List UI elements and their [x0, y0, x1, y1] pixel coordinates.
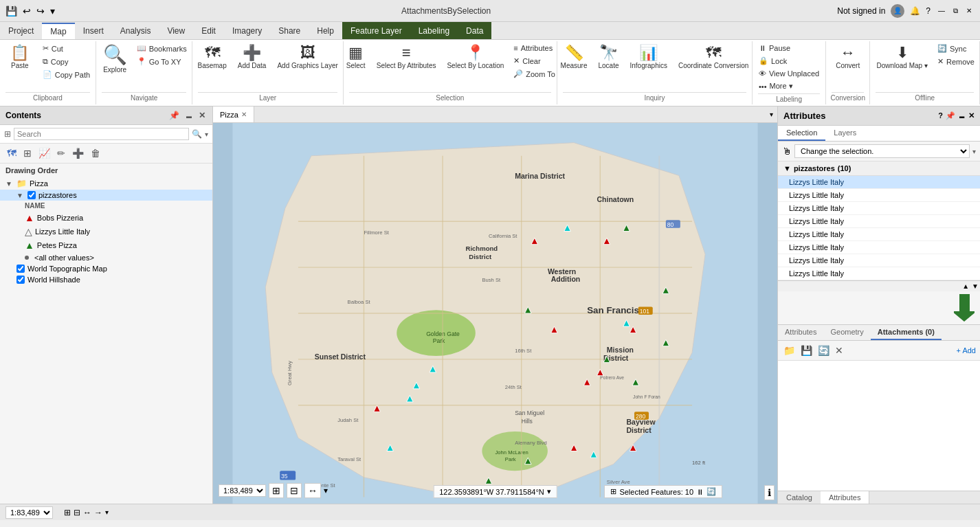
window-controls[interactable]: — ⧉ ✕ — [936, 5, 975, 16]
layer-item-pizza[interactable]: ▼ 📁 Pizza — [0, 177, 212, 190]
maximize-button[interactable]: ⧉ — [950, 5, 961, 16]
more-labeling-button[interactable]: ••• More ▾ — [756, 80, 822, 92]
map-frame-icon-3[interactable]: ↔ — [83, 508, 91, 517]
pause-button[interactable]: ⏸ Pause — [756, 43, 822, 54]
tab-share[interactable]: Share — [270, 22, 309, 39]
attr-pin-icon[interactable]: 📌 — [946, 111, 955, 120]
feature-item-7[interactable]: Lizzys Little Italy — [778, 267, 980, 280]
clear-button[interactable]: ✕ Clear — [511, 55, 558, 67]
explore-button[interactable]: 🔍 Explore — [99, 43, 131, 76]
paste-button[interactable]: 📋 Paste — [3, 43, 37, 72]
basemap-button[interactable]: 🗺 Basemap — [193, 43, 230, 72]
layer-item-others[interactable]: <all other values> — [0, 252, 212, 263]
search-dropdown-icon[interactable]: ▾ — [205, 131, 208, 138]
attr-tool-refresh[interactable]: 🔄 — [816, 344, 831, 357]
minimize-button[interactable]: — — [936, 5, 947, 16]
tab-help[interactable]: Help — [309, 22, 342, 39]
measure-button[interactable]: 📏 Measure — [557, 43, 592, 72]
select-by-location-button[interactable]: 📍 Select By Location — [443, 43, 508, 72]
attr-bottom-tab-attachments[interactable]: Attachments (0) — [871, 325, 942, 340]
feature-group-pizzastores[interactable]: ▼ pizzastores (10) — [778, 161, 980, 176]
refresh-icon[interactable]: 🔄 — [706, 487, 716, 496]
add-data-button[interactable]: ➕ Add Data — [234, 43, 271, 72]
close-button[interactable]: ✕ — [964, 5, 975, 16]
map-tab-close[interactable]: ✕ — [241, 111, 247, 118]
feature-item-3[interactable]: Lizzys Little Italy — [778, 215, 980, 228]
layer-item-petes[interactable]: ▲ Petes Pizza — [0, 238, 212, 252]
tab-edit[interactable]: Edit — [193, 22, 224, 39]
search-icon[interactable]: 🔍 — [192, 129, 202, 139]
sync-button[interactable]: 🔄 Sync — [935, 43, 977, 54]
map-info-icon[interactable]: ℹ — [764, 487, 775, 498]
layer-item-lizzys[interactable]: △ Lizzys Little Italy — [0, 225, 212, 238]
map-container[interactable]: Golden Gate Park John McLaren Park — [213, 123, 777, 504]
tab-view[interactable]: View — [159, 22, 193, 39]
notification-icon[interactable]: 🔔 — [910, 6, 920, 16]
tab-data[interactable]: Data — [458, 22, 491, 39]
scroll-down-btn[interactable]: ▼ — [972, 282, 979, 290]
save-icon[interactable]: 💾 — [5, 5, 17, 16]
add-graphics-button[interactable]: 🖼 Add Graphics Layer — [273, 43, 342, 72]
coordinate-conversion-button[interactable]: 🗺 Coordinate Conversion — [674, 43, 753, 72]
user-avatar[interactable]: 👤 — [891, 4, 904, 18]
select-by-attributes-button[interactable]: ≡ Select By Attributes — [372, 43, 441, 72]
hillshade-checkbox[interactable] — [16, 276, 25, 284]
bottom-tab-attributes[interactable]: Attributes — [821, 491, 869, 504]
attributes-button[interactable]: ≡ Attributes — [511, 43, 558, 54]
attr-bottom-tab-geometry[interactable]: Geometry — [823, 325, 870, 340]
contents-header-icons[interactable]: 📌 🗕 ✕ — [168, 109, 207, 122]
lock-button[interactable]: 🔒 Lock — [756, 55, 822, 67]
layer-remove-btn[interactable]: 🗑 — [88, 146, 103, 160]
redo-icon[interactable]: ↪ — [36, 5, 45, 16]
map-frame-icon-4[interactable]: → — [94, 508, 102, 517]
map-frame-dropdown[interactable]: ▾ — [105, 508, 109, 516]
attr-tab-selection[interactable]: Selection — [778, 126, 825, 141]
feature-item-2[interactable]: Lizzys Little Italy — [778, 202, 980, 215]
attr-help-icon[interactable]: ? — [938, 111, 943, 120]
dropdown-chevron[interactable]: ▾ — [972, 148, 976, 155]
layer-item-topo[interactable]: World Topographic Map — [0, 263, 212, 274]
bookmarks-button[interactable]: 📖 Bookmarks — [134, 43, 190, 54]
layer-add-btn[interactable]: ➕ — [69, 146, 87, 160]
layer-view-charts-btn[interactable]: 📈 — [36, 146, 53, 160]
expand-pizza-icon[interactable]: ▼ — [5, 180, 14, 188]
attr-bottom-tab-attributes[interactable]: Attributes — [778, 325, 823, 340]
convert-button[interactable]: ↔ Convert — [832, 43, 864, 72]
pause-progress-icon[interactable]: ⏸ — [696, 488, 704, 496]
search-input[interactable] — [14, 128, 189, 140]
feature-item-0[interactable]: Lizzys Little Italy — [778, 176, 980, 189]
expand-pizzastores-icon[interactable]: ▼ — [16, 192, 25, 199]
locate-button[interactable]: 🔭 Locate — [594, 43, 623, 72]
bottom-tab-catalog[interactable]: Catalog — [778, 491, 821, 504]
feature-item-5[interactable]: Lizzys Little Italy — [778, 241, 980, 254]
zoom-to-button[interactable]: 🔎 Zoom To — [511, 68, 558, 80]
scale-status-select[interactable]: 1:83,489 — [5, 506, 53, 519]
attr-tool-delete[interactable]: ✕ — [834, 344, 845, 357]
map-collapse-icon[interactable]: ▾ — [766, 111, 777, 118]
cut-button[interactable]: ✂ Cut — [40, 43, 93, 54]
change-selection-dropdown[interactable]: Change the selection. — [794, 144, 970, 158]
tab-project[interactable]: Project — [0, 22, 42, 39]
map-tool-2[interactable]: ⊟ — [287, 483, 302, 498]
help-icon[interactable]: ? — [926, 6, 931, 16]
copy-button[interactable]: ⧉ Copy — [40, 56, 93, 67]
map-frame-icon-1[interactable]: ⊞ — [64, 508, 71, 517]
view-unplaced-button[interactable]: 👁 View Unplaced — [756, 68, 822, 79]
attr-tool-save[interactable]: 💾 — [799, 344, 814, 357]
topo-checkbox[interactable] — [16, 265, 25, 273]
layer-item-bobs[interactable]: ▲ Bobs Pizzeria — [0, 211, 212, 225]
coordinates-dropdown[interactable]: ▾ — [547, 487, 551, 496]
tab-map[interactable]: Map — [42, 23, 74, 39]
attr-add-button[interactable]: + Add — [957, 346, 976, 355]
undo-icon[interactable]: ↩ — [23, 5, 31, 16]
attr-tab-layers[interactable]: Layers — [825, 126, 865, 141]
layer-view-maps-btn[interactable]: 🗺 — [4, 146, 19, 160]
map-tool-4[interactable]: ▾ — [324, 486, 328, 495]
attr-auto-hide-icon[interactable]: 🗕 — [958, 111, 966, 120]
scroll-up-btn[interactable]: ▲ — [962, 282, 969, 290]
infographics-button[interactable]: 📊 Infographics — [625, 43, 671, 72]
attr-close-icon[interactable]: ✕ — [968, 111, 975, 120]
remove-button[interactable]: ✕ Remove — [935, 56, 977, 67]
auto-hide-icon[interactable]: 🗕 — [183, 109, 194, 122]
map-tool-1[interactable]: ⊞ — [269, 483, 284, 498]
